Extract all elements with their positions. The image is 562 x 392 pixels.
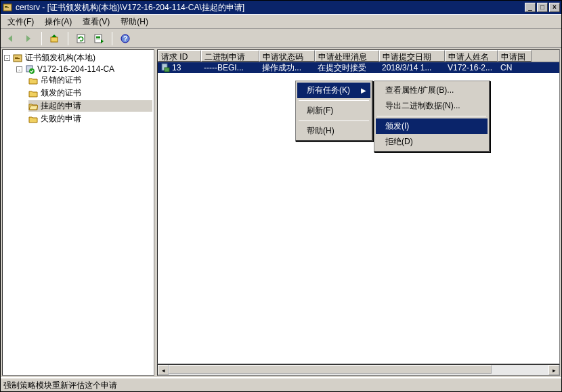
folder-icon — [28, 76, 38, 85]
col-country[interactable]: 申请国 — [498, 50, 532, 62]
tree-root[interactable]: - 证书颁发机构(本地) — [4, 52, 152, 64]
ctx-separator — [299, 100, 369, 101]
folder-icon — [28, 89, 38, 98]
ctx-refresh[interactable]: 刷新(F) — [297, 103, 370, 118]
scroll-thumb[interactable] — [169, 365, 492, 374]
scroll-right-button[interactable]: ▸ — [548, 365, 559, 375]
collapse-icon[interactable]: - — [4, 55, 10, 61]
export-list-button[interactable] — [91, 31, 106, 46]
menu-file[interactable]: 文件(F) — [2, 15, 39, 29]
list-row[interactable]: 13 -----BEGI... 操作成功... 在提交时接受 2018/3/14… — [158, 62, 559, 73]
title-bar: certsrv - [证书颁发机构(本地)\V172-16-204-114-CA… — [1, 1, 561, 14]
request-icon — [160, 63, 170, 72]
svg-text:?: ? — [123, 35, 127, 43]
list-header: 请求 ID 二进制申请 申请状态码 申请处理消息 申请提交日期 申请人姓名 申请… — [158, 50, 559, 62]
ctx-export-binary[interactable]: 导出二进制数据(N)... — [376, 98, 488, 114]
scroll-track[interactable] — [169, 365, 548, 375]
context-submenu: 查看属性/扩展(B)... 导出二进制数据(N)... 颁发(I) 拒绝(D) — [374, 81, 490, 152]
ctx-separator — [377, 116, 486, 116]
svg-rect-17 — [165, 68, 169, 72]
toolbar: ? — [1, 29, 561, 48]
ctx-all-tasks[interactable]: 所有任务(K) ▶ — [297, 83, 370, 98]
menu-action[interactable]: 操作(A) — [39, 15, 77, 29]
svg-rect-3 — [51, 37, 58, 42]
col-requester[interactable]: 申请人姓名 — [445, 50, 498, 62]
close-button[interactable]: × — [549, 3, 560, 12]
tree-failed[interactable]: 失败的申请 — [28, 113, 152, 125]
menu-help[interactable]: 帮助(H) — [115, 15, 154, 29]
ctx-view-attr[interactable]: 查看属性/扩展(B)... — [376, 83, 488, 98]
up-button[interactable] — [47, 31, 62, 46]
cert-authority-icon — [13, 53, 22, 63]
col-submit-date[interactable]: 申请提交日期 — [379, 50, 445, 62]
status-bar: 强制策略模块重新评估这个申请 — [1, 378, 561, 391]
menu-bar: 文件(F) 操作(A) 查看(V) 帮助(H) — [1, 14, 561, 29]
help-button[interactable]: ? — [118, 31, 133, 46]
minimize-button[interactable]: _ — [525, 3, 536, 12]
tree-pending[interactable]: 挂起的申请 — [28, 100, 152, 112]
col-disposition-msg[interactable]: 申请处理消息 — [315, 50, 379, 62]
ctx-help[interactable]: 帮助(H) — [297, 123, 370, 139]
maximize-button[interactable]: □ — [537, 3, 548, 12]
server-ok-icon — [25, 64, 35, 74]
ctx-issue[interactable]: 颁发(I) — [376, 118, 488, 134]
col-binary-request[interactable]: 二进制申请 — [201, 50, 259, 62]
ctx-separator — [299, 121, 369, 121]
svg-rect-7 — [96, 37, 100, 38]
submenu-arrow-icon: ▶ — [361, 87, 366, 94]
tree-pane[interactable]: - 证书颁发机构(本地) - V172-16-204-114-CA — [2, 49, 154, 376]
menu-view[interactable]: 查看(V) — [77, 15, 115, 29]
svg-rect-12 — [15, 57, 18, 58]
svg-rect-13 — [15, 58, 20, 59]
status-text: 强制策略模块重新评估这个申请 — [3, 380, 117, 390]
window-title: certsrv - [证书颁发机构(本地)\V172-16-204-114-CA… — [16, 2, 525, 14]
svg-rect-1 — [5, 6, 7, 7]
tree-ca[interactable]: - V172-16-204-114-CA — [16, 64, 152, 74]
scroll-left-button[interactable]: ◂ — [158, 365, 169, 375]
svg-rect-6 — [96, 36, 100, 37]
svg-rect-8 — [96, 39, 100, 39]
h-scrollbar[interactable]: ◂ ▸ — [157, 364, 560, 376]
folder-icon — [28, 114, 38, 124]
forward-button — [21, 31, 36, 46]
refresh-button[interactable] — [74, 31, 89, 46]
folder-open-icon — [28, 102, 38, 111]
app-icon — [2, 2, 13, 13]
collapse-icon[interactable]: - — [16, 66, 22, 72]
svg-rect-2 — [5, 7, 9, 8]
tree-revoked[interactable]: 吊销的证书 — [28, 74, 152, 86]
tree-issued[interactable]: 颁发的证书 — [28, 87, 152, 99]
col-status-code[interactable]: 申请状态码 — [259, 50, 315, 62]
ctx-deny[interactable]: 拒绝(D) — [376, 134, 488, 150]
context-menu: 所有任务(K) ▶ 刷新(F) 帮助(H) — [295, 81, 373, 141]
back-button — [3, 31, 18, 46]
col-request-id[interactable]: 请求 ID — [158, 50, 201, 62]
